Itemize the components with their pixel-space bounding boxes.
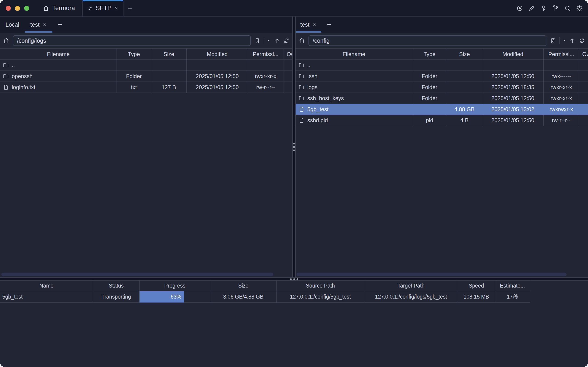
tab-test-local-pane[interactable]: test	[25, 17, 52, 33]
transfer-table: Name Status Progress Size Source Path Ta…	[0, 281, 530, 303]
home-icon[interactable]	[298, 37, 305, 44]
left-file-table: Filename Type Size Modified Permissi... …	[0, 49, 292, 93]
zoom-window-button[interactable]	[24, 6, 29, 11]
tab-test-label: test	[30, 21, 40, 28]
table-row[interactable]: ..	[0, 60, 292, 71]
column-header-modified[interactable]: Modified	[187, 49, 248, 59]
column-header-size[interactable]: Size	[151, 49, 187, 59]
table-row[interactable]: logs Folder 2025/01/05 18:35 rwxr-xr-x	[296, 82, 588, 93]
search-icon[interactable]	[564, 5, 571, 12]
bookmark-icon[interactable]	[254, 37, 260, 44]
file-owner	[579, 104, 588, 115]
add-tab-button[interactable]	[52, 17, 68, 33]
file-permissions: rwxr-xr-x	[248, 71, 283, 82]
traffic-lights	[0, 0, 38, 16]
key-icon[interactable]	[540, 5, 547, 12]
file-size	[447, 60, 482, 70]
file-modified	[482, 60, 544, 70]
close-icon[interactable]	[312, 22, 317, 27]
file-permissions: rw-r--r--	[248, 82, 283, 92]
table-row[interactable]: sshd.pid pid 4 B 2025/01/05 12:50 rw-r--…	[296, 115, 588, 126]
file-icon	[298, 117, 305, 123]
tab-termora-home[interactable]: Termora	[38, 0, 79, 16]
file-size	[151, 71, 187, 82]
right-pane: test Filename Type S	[296, 17, 588, 277]
file-modified: 2025/01/05 18:35	[482, 82, 544, 92]
horizontal-scrollbar[interactable]	[297, 273, 567, 276]
bookmark-slash-icon[interactable]	[550, 37, 556, 44]
right-path-input[interactable]	[308, 35, 546, 46]
home-icon[interactable]	[3, 37, 10, 44]
table-row-selected[interactable]: 5gb_test 4.88 GB 2025/01/05 13:02 rwxrwx…	[296, 104, 588, 115]
column-header-permissions[interactable]: Permissi...	[544, 49, 579, 59]
file-owner	[579, 115, 588, 126]
column-header-type[interactable]: Type	[117, 49, 151, 59]
filename: sshd.pid	[307, 117, 328, 124]
filename: logs	[307, 84, 317, 91]
column-header-type[interactable]: Type	[412, 49, 447, 59]
new-tab-button[interactable]	[123, 0, 137, 16]
column-header-size[interactable]: Size	[447, 49, 482, 59]
tab-sftp[interactable]: SFTP	[82, 0, 123, 16]
tab-local[interactable]: Local	[0, 17, 25, 33]
horizontal-scrollbar[interactable]	[1, 273, 273, 276]
close-icon[interactable]	[114, 6, 119, 11]
table-row[interactable]: ssh_host_keys Folder 2025/01/05 12:50 rw…	[296, 93, 588, 104]
transfer-speed: 108.15 MB	[458, 291, 495, 302]
file-icon	[3, 84, 9, 90]
column-header-permissions[interactable]: Permissi...	[248, 49, 283, 59]
edit-pencil-icon[interactable]	[528, 5, 535, 12]
close-window-button[interactable]	[6, 6, 11, 11]
column-header-size: Size	[210, 281, 277, 291]
column-header-owner[interactable]: Ow	[283, 49, 292, 59]
refresh-icon[interactable]	[579, 37, 585, 44]
refresh-icon[interactable]	[283, 37, 290, 44]
transfer-row[interactable]: 5gb_test Transporting 63% 3.06 GB/4.88 G…	[0, 291, 530, 303]
transfer-size: 3.06 GB/4.88 GB	[210, 291, 277, 302]
table-row[interactable]: .ssh Folder 2025/01/05 12:50 rwx------	[296, 71, 588, 82]
up-directory-icon[interactable]	[569, 37, 576, 44]
record-icon[interactable]	[516, 5, 523, 12]
file-permissions: rwxrwxr-x	[544, 104, 579, 115]
branch-icon[interactable]	[552, 5, 559, 12]
chevron-down-icon[interactable]	[563, 39, 566, 42]
splitter-dot	[290, 278, 292, 280]
file-owner	[579, 93, 588, 104]
minimize-window-button[interactable]	[15, 6, 20, 11]
splitter-dot	[293, 278, 295, 280]
folder-icon	[298, 62, 305, 68]
left-path-input[interactable]	[13, 35, 251, 46]
left-path-bar	[0, 33, 292, 49]
horizontal-splitter[interactable]	[0, 277, 588, 281]
transfer-table-header: Name Status Progress Size Source Path Ta…	[0, 281, 530, 291]
file-size	[447, 82, 482, 92]
file-modified: 2025/01/05 12:50	[482, 93, 544, 104]
divider	[559, 37, 560, 44]
filename: openssh	[12, 73, 33, 79]
tab-local-label: Local	[6, 21, 19, 28]
filename: ssh_host_keys	[307, 95, 344, 101]
table-row[interactable]: ..	[296, 60, 588, 71]
column-header-modified[interactable]: Modified	[482, 49, 544, 59]
left-pane: Local test F	[0, 17, 292, 277]
column-header-speed: Speed	[458, 281, 495, 291]
column-header-filename[interactable]: Filename	[296, 49, 412, 59]
tab-test-remote-pane[interactable]: test	[296, 17, 321, 33]
file-permissions: rw-r--r--	[544, 115, 579, 126]
table-row[interactable]: loginfo.txt txt 127 B 2025/01/05 12:50 r…	[0, 82, 292, 93]
right-pane-tabs: test	[296, 17, 588, 33]
transfer-target-path: 127.0.0.1:/config/logs/5gb_test	[364, 291, 458, 302]
up-directory-icon[interactable]	[273, 37, 280, 44]
column-header-filename[interactable]: Filename	[0, 49, 117, 59]
gear-icon[interactable]	[576, 5, 583, 12]
column-header-owner[interactable]: Ow	[579, 49, 588, 59]
file-size: 4.88 GB	[447, 104, 482, 115]
add-tab-button[interactable]	[321, 17, 337, 33]
column-header-target-path: Target Path	[364, 281, 458, 291]
close-icon[interactable]	[42, 22, 47, 27]
vertical-splitter[interactable]	[292, 17, 296, 277]
splitter-dot	[293, 146, 295, 148]
table-row[interactable]: openssh Folder 2025/01/05 12:50 rwxr-xr-…	[0, 71, 292, 82]
chevron-down-icon[interactable]	[267, 39, 270, 42]
file-modified: 2025/01/05 13:02	[482, 104, 544, 115]
